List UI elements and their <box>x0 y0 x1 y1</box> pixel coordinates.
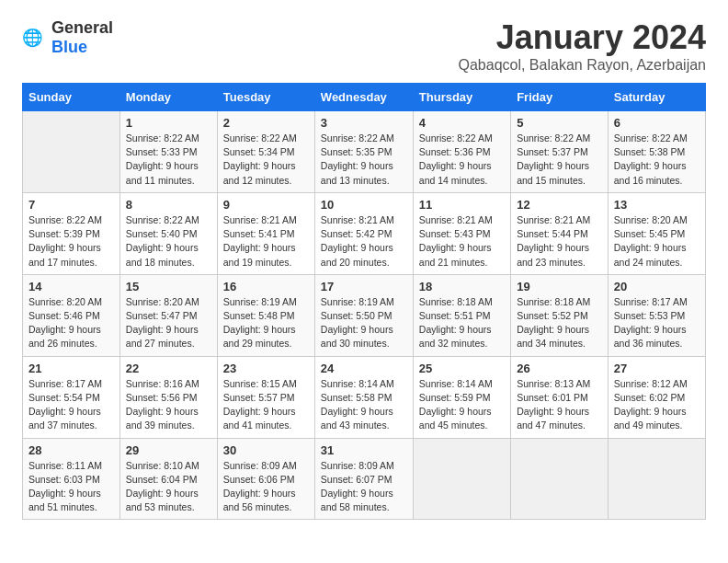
day-info: Sunrise: 8:09 AM Sunset: 6:07 PM Dayligh… <box>321 459 407 515</box>
header-day-monday: Monday <box>119 84 217 111</box>
day-number: 17 <box>321 280 407 293</box>
calendar-cell: 28Sunrise: 8:11 AM Sunset: 6:03 PM Dayli… <box>23 438 120 520</box>
calendar-cell: 12Sunrise: 8:21 AM Sunset: 5:44 PM Dayli… <box>511 192 609 274</box>
calendar-cell <box>511 438 609 520</box>
day-number: 19 <box>517 280 602 293</box>
day-number: 4 <box>419 116 505 130</box>
day-info: Sunrise: 8:19 AM Sunset: 5:50 PM Dayligh… <box>321 295 407 351</box>
calendar-cell: 15Sunrise: 8:20 AM Sunset: 5:47 PM Dayli… <box>119 274 217 356</box>
day-info: Sunrise: 8:22 AM Sunset: 5:39 PM Dayligh… <box>28 213 114 270</box>
day-info: Sunrise: 8:12 AM Sunset: 6:02 PM Dayligh… <box>614 377 700 433</box>
calendar-cell <box>608 438 705 520</box>
calendar-cell: 17Sunrise: 8:19 AM Sunset: 5:50 PM Dayli… <box>314 274 413 356</box>
day-info: Sunrise: 8:17 AM Sunset: 5:53 PM Dayligh… <box>614 295 700 351</box>
day-number: 12 <box>517 198 602 212</box>
calendar-cell: 5Sunrise: 8:22 AM Sunset: 5:37 PM Daylig… <box>511 111 609 193</box>
calendar-week-row: 1Sunrise: 8:22 AM Sunset: 5:33 PM Daylig… <box>23 111 706 193</box>
day-number: 25 <box>419 362 505 375</box>
calendar-cell: 26Sunrise: 8:13 AM Sunset: 6:01 PM Dayli… <box>511 356 609 438</box>
calendar-table: SundayMondayTuesdayWednesdayThursdayFrid… <box>22 83 706 520</box>
calendar-week-row: 28Sunrise: 8:11 AM Sunset: 6:03 PM Dayli… <box>23 438 706 520</box>
title-area: January 2024 Qabaqcol, Balakan Rayon, Az… <box>458 18 706 74</box>
day-info: Sunrise: 8:21 AM Sunset: 5:41 PM Dayligh… <box>223 213 309 270</box>
calendar-cell: 30Sunrise: 8:09 AM Sunset: 6:06 PM Dayli… <box>217 438 314 520</box>
day-number: 31 <box>321 443 407 457</box>
day-number: 20 <box>614 280 700 293</box>
calendar-cell: 4Sunrise: 8:22 AM Sunset: 5:36 PM Daylig… <box>413 111 510 193</box>
header: 🌐 General Blue January 2024 Qabaqcol, Ba… <box>22 18 706 74</box>
day-number: 24 <box>321 362 407 375</box>
calendar-cell: 6Sunrise: 8:22 AM Sunset: 5:38 PM Daylig… <box>608 111 705 193</box>
day-number: 18 <box>419 280 505 293</box>
calendar-cell: 27Sunrise: 8:12 AM Sunset: 6:02 PM Dayli… <box>608 356 705 438</box>
calendar-cell: 11Sunrise: 8:21 AM Sunset: 5:43 PM Dayli… <box>413 192 510 274</box>
day-number: 14 <box>28 280 114 293</box>
day-number: 5 <box>517 116 602 130</box>
day-number: 21 <box>28 362 114 375</box>
day-info: Sunrise: 8:22 AM Sunset: 5:34 PM Dayligh… <box>223 132 309 188</box>
calendar-cell: 31Sunrise: 8:09 AM Sunset: 6:07 PM Dayli… <box>314 438 413 520</box>
day-info: Sunrise: 8:11 AM Sunset: 6:03 PM Dayligh… <box>28 459 114 515</box>
header-day-wednesday: Wednesday <box>314 84 413 111</box>
day-number: 16 <box>223 280 309 293</box>
calendar-cell <box>413 438 510 520</box>
calendar-cell: 23Sunrise: 8:15 AM Sunset: 5:57 PM Dayli… <box>217 356 314 438</box>
calendar-week-row: 14Sunrise: 8:20 AM Sunset: 5:46 PM Dayli… <box>23 274 706 356</box>
calendar-cell: 22Sunrise: 8:16 AM Sunset: 5:56 PM Dayli… <box>119 356 217 438</box>
day-info: Sunrise: 8:22 AM Sunset: 5:35 PM Dayligh… <box>321 132 407 188</box>
day-number: 1 <box>126 116 211 130</box>
day-number: 28 <box>28 443 114 457</box>
day-number: 27 <box>614 362 700 375</box>
day-number: 23 <box>223 362 309 375</box>
header-day-thursday: Thursday <box>413 84 510 111</box>
calendar-cell: 10Sunrise: 8:21 AM Sunset: 5:42 PM Dayli… <box>314 192 413 274</box>
header-day-sunday: Sunday <box>23 84 120 111</box>
day-info: Sunrise: 8:15 AM Sunset: 5:57 PM Dayligh… <box>223 377 309 433</box>
calendar-week-row: 7Sunrise: 8:22 AM Sunset: 5:39 PM Daylig… <box>23 192 706 274</box>
day-number: 9 <box>223 198 309 212</box>
calendar-cell: 25Sunrise: 8:14 AM Sunset: 5:59 PM Dayli… <box>413 356 510 438</box>
calendar-cell: 7Sunrise: 8:22 AM Sunset: 5:39 PM Daylig… <box>23 192 120 274</box>
calendar-week-row: 21Sunrise: 8:17 AM Sunset: 5:54 PM Dayli… <box>23 356 706 438</box>
day-info: Sunrise: 8:22 AM Sunset: 5:33 PM Dayligh… <box>126 132 211 188</box>
day-info: Sunrise: 8:10 AM Sunset: 6:04 PM Dayligh… <box>126 459 211 515</box>
day-number: 22 <box>126 362 211 375</box>
day-info: Sunrise: 8:22 AM Sunset: 5:40 PM Dayligh… <box>126 213 211 270</box>
day-number: 7 <box>28 198 114 212</box>
calendar-cell: 20Sunrise: 8:17 AM Sunset: 5:53 PM Dayli… <box>608 274 705 356</box>
calendar-cell: 19Sunrise: 8:18 AM Sunset: 5:52 PM Dayli… <box>511 274 609 356</box>
day-info: Sunrise: 8:18 AM Sunset: 5:51 PM Dayligh… <box>419 295 505 351</box>
calendar-cell: 21Sunrise: 8:17 AM Sunset: 5:54 PM Dayli… <box>23 356 120 438</box>
calendar-header-row: SundayMondayTuesdayWednesdayThursdayFrid… <box>23 84 706 111</box>
day-info: Sunrise: 8:13 AM Sunset: 6:01 PM Dayligh… <box>517 377 602 433</box>
calendar-cell: 8Sunrise: 8:22 AM Sunset: 5:40 PM Daylig… <box>119 192 217 274</box>
day-number: 13 <box>614 198 700 212</box>
header-day-saturday: Saturday <box>608 84 705 111</box>
calendar-cell: 16Sunrise: 8:19 AM Sunset: 5:48 PM Dayli… <box>217 274 314 356</box>
header-day-tuesday: Tuesday <box>217 84 314 111</box>
calendar-cell: 14Sunrise: 8:20 AM Sunset: 5:46 PM Dayli… <box>23 274 120 356</box>
calendar-cell: 3Sunrise: 8:22 AM Sunset: 5:35 PM Daylig… <box>314 111 413 193</box>
calendar-cell: 29Sunrise: 8:10 AM Sunset: 6:04 PM Dayli… <box>119 438 217 520</box>
day-info: Sunrise: 8:21 AM Sunset: 5:44 PM Dayligh… <box>517 213 602 270</box>
day-info: Sunrise: 8:14 AM Sunset: 5:59 PM Dayligh… <box>419 377 505 433</box>
day-info: Sunrise: 8:22 AM Sunset: 5:37 PM Dayligh… <box>517 132 602 188</box>
day-info: Sunrise: 8:21 AM Sunset: 5:43 PM Dayligh… <box>419 213 505 270</box>
day-number: 30 <box>223 443 309 457</box>
day-info: Sunrise: 8:20 AM Sunset: 5:45 PM Dayligh… <box>614 213 700 270</box>
calendar-cell: 18Sunrise: 8:18 AM Sunset: 5:51 PM Dayli… <box>413 274 510 356</box>
calendar-cell: 1Sunrise: 8:22 AM Sunset: 5:33 PM Daylig… <box>119 111 217 193</box>
day-number: 2 <box>223 116 309 130</box>
day-info: Sunrise: 8:18 AM Sunset: 5:52 PM Dayligh… <box>517 295 602 351</box>
day-number: 26 <box>517 362 602 375</box>
day-info: Sunrise: 8:22 AM Sunset: 5:38 PM Dayligh… <box>614 132 700 188</box>
day-info: Sunrise: 8:16 AM Sunset: 5:56 PM Dayligh… <box>126 377 211 433</box>
logo-blue-text: Blue <box>51 38 87 56</box>
day-number: 3 <box>321 116 407 130</box>
day-number: 15 <box>126 280 211 293</box>
day-number: 8 <box>126 198 211 212</box>
day-info: Sunrise: 8:19 AM Sunset: 5:48 PM Dayligh… <box>223 295 309 351</box>
logo-bird-icon: 🌐 <box>22 25 48 51</box>
header-day-friday: Friday <box>511 84 609 111</box>
calendar-cell: 2Sunrise: 8:22 AM Sunset: 5:34 PM Daylig… <box>217 111 314 193</box>
